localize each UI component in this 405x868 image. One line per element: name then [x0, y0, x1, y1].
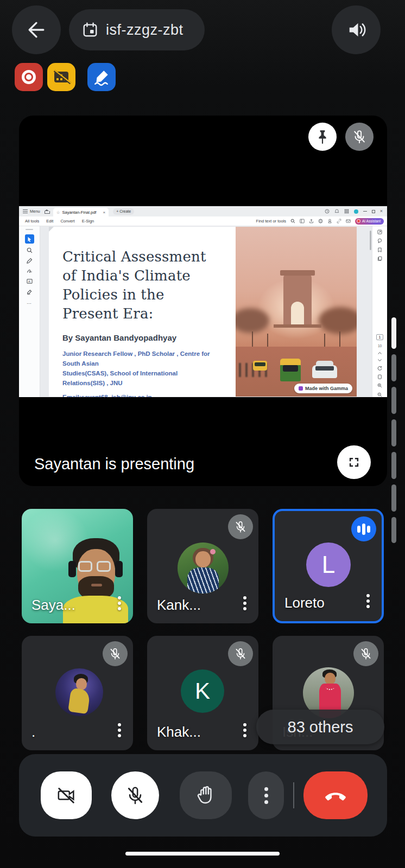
tile-menu-button[interactable] [118, 594, 121, 612]
shared-screen-pdf-window: Menu ☆ Sayantan-Final.pdf × + Create [19, 206, 387, 397]
pdf-scrollbar-thumb [370, 231, 371, 250]
participant-name: Khak... [157, 724, 201, 741]
scroll-indicator[interactable] [391, 387, 396, 414]
meeting-code-pill[interactable]: isf-zzgz-zbt [69, 9, 205, 50]
mic-off-badge [353, 641, 378, 666]
profile-avatar [354, 209, 358, 214]
fullscreen-icon [346, 454, 362, 470]
svg-text:A: A [28, 280, 30, 283]
slide-affiliation: Junior Research Fellow , PhD Scholar , C… [62, 349, 220, 388]
gamma-icon [299, 386, 303, 391]
slide-text-block: Critical Assessment of India's Climate P… [62, 247, 220, 397]
audio-bars-icon [357, 524, 370, 535]
participant-tile-kank[interactable]: Kank... [147, 509, 258, 623]
participant-tile-sayantan[interactable]: Saya... [22, 509, 133, 623]
participant-name: . [31, 724, 35, 741]
restore-icon [372, 210, 375, 213]
pdf-titlebar: Menu ☆ Sayantan-Final.pdf × + Create [19, 206, 387, 216]
scroll-indicator[interactable] [391, 484, 396, 512]
slide-email: Email:sayant68_ish@jnu.ac.in [62, 394, 220, 397]
slide-title: Critical Assessment of India's Climate P… [62, 247, 220, 323]
more-options-button[interactable] [248, 771, 284, 819]
pdf-document-tab: ☆ Sayantan-Final.pdf × [53, 208, 109, 216]
india-gate-photo: Made with Gamma [236, 227, 357, 397]
textbox-tool-icon: A [26, 278, 33, 285]
mic-off-icon [233, 647, 248, 661]
videocam-off-icon [55, 784, 77, 806]
raise-hand-button[interactable] [180, 771, 232, 819]
notes-indicator[interactable] [87, 63, 116, 91]
pdf-right-tool-rail: 1 10 [372, 226, 387, 397]
end-call-button[interactable] [303, 771, 368, 819]
slide-page: Critical Assessment of India's Climate P… [49, 227, 357, 397]
tile-menu-button[interactable] [118, 721, 121, 739]
others-count-pill[interactable]: 83 others [256, 710, 384, 744]
auto-rickshaw-1 [280, 363, 301, 381]
captions-off-indicator[interactable] [47, 63, 75, 91]
participant-tile-loreto[interactable]: L Loreto [273, 509, 384, 623]
home-indicator[interactable] [125, 852, 280, 856]
scroll-indicator[interactable] [391, 354, 396, 381]
slide-byline: By Sayantan Bandyopadhyay [62, 333, 220, 342]
chevron-up-icon [377, 352, 382, 355]
scroll-indicator[interactable] [391, 419, 396, 446]
menu-convert: Convert [60, 219, 74, 224]
signature-tool-icon [26, 267, 33, 275]
presenting-caption: Sayantan is presenting [34, 455, 194, 473]
zoom-in-icon [377, 383, 383, 388]
speaker-icon [345, 18, 368, 41]
create-label: + Create [116, 209, 131, 213]
highlight-tool-icon [26, 288, 33, 295]
page-number-box: 1 [376, 334, 383, 340]
more-tools-icon: … [26, 298, 33, 305]
page-fold [49, 227, 54, 232]
cursor-icon [27, 237, 32, 242]
others-count-label: 83 others [288, 718, 353, 736]
find-text-label: Find text or tools [256, 219, 286, 224]
participant-name: Kank... [157, 597, 201, 614]
recording-indicator[interactable] [15, 63, 43, 91]
presenter-mic-off-badge [345, 123, 374, 151]
more-vert-icon [264, 784, 268, 807]
menu-all-tools: All tools [25, 219, 39, 224]
mic-off-icon [108, 647, 122, 661]
avatar-photo [55, 668, 103, 716]
scroll-indicator[interactable] [391, 452, 396, 479]
participant-tile-khak[interactable]: K Khak... [147, 636, 258, 750]
zoom-out-icon [377, 392, 383, 397]
home-icon [45, 209, 49, 213]
tile-menu-button[interactable] [243, 594, 246, 612]
tab-close-icon: × [103, 210, 105, 215]
arrow-left-icon [24, 18, 48, 42]
call-controls-bar [19, 754, 387, 837]
share-icon [309, 219, 314, 224]
tile-menu-button[interactable] [366, 592, 370, 610]
fullscreen-button[interactable] [337, 445, 371, 479]
gamma-label: Made with Gamma [305, 386, 348, 391]
bookmark-icon [377, 247, 383, 252]
ai-assistant-button: AI Assistant [355, 218, 384, 225]
audio-output-button[interactable] [332, 5, 381, 54]
link-icon [337, 219, 341, 224]
camera-toggle-button[interactable] [41, 771, 92, 819]
meet-call-screen: isf-zzgz-zbt [0, 0, 405, 868]
scroll-indicator-active[interactable] [391, 317, 396, 349]
pen-scribble-icon [92, 68, 111, 86]
apps-grid-icon [344, 209, 349, 214]
participant-tile-dot[interactable]: . [22, 636, 133, 750]
back-button[interactable] [12, 5, 61, 54]
ai-assistant-icon [357, 219, 360, 223]
pdf-tab-title: Sayantan-Final.pdf [62, 210, 97, 215]
zoom-tool-icon [26, 247, 33, 254]
rail-handle [26, 229, 33, 230]
meeting-code: isf-zzgz-zbt [106, 22, 183, 39]
tile-menu-button[interactable] [243, 721, 246, 739]
pin-button[interactable] [308, 123, 337, 151]
chevron-down-icon [377, 359, 382, 362]
scroll-indicator[interactable] [391, 517, 396, 543]
presentation-stage[interactable]: Menu ☆ Sayantan-Final.pdf × + Create [19, 116, 387, 486]
mic-toggle-button[interactable] [111, 771, 159, 819]
pdf-toolbar: All tools Edit Convert E-Sign Find text … [19, 216, 387, 226]
mic-off-badge [228, 514, 253, 539]
end-call-icon [323, 783, 348, 808]
